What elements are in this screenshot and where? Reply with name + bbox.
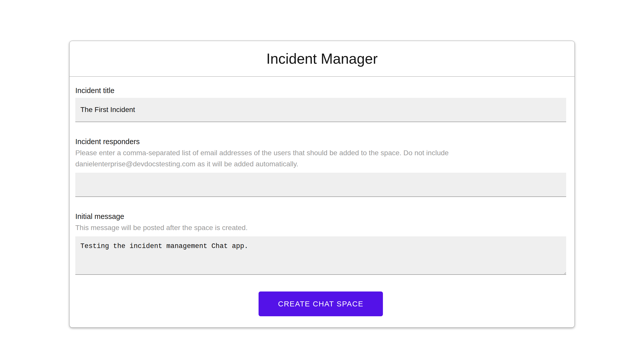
incident-title-input[interactable] [75, 98, 566, 122]
initial-message-helper-text: This message will be posted after the sp… [75, 222, 566, 233]
page-title: Incident Manager [266, 50, 378, 67]
create-chat-space-button[interactable]: CREATE CHAT SPACE [259, 291, 383, 316]
incident-responders-group: Incident responders Please enter a comma… [75, 136, 566, 197]
card-header: Incident Manager [70, 41, 574, 77]
incident-manager-card: Incident Manager Incident title Incident… [69, 41, 575, 328]
incident-responders-label: Incident responders [75, 136, 566, 147]
initial-message-textarea[interactable]: Testing the incident management Chat app… [75, 236, 566, 275]
incident-form: Incident title Incident responders Pleas… [70, 77, 574, 327]
initial-message-group: Initial message This message will be pos… [75, 211, 566, 275]
incident-title-label: Incident title [75, 85, 566, 96]
incident-responders-input[interactable] [75, 173, 566, 197]
incident-responders-helper-text: Please enter a comma-separated list of e… [75, 147, 566, 170]
initial-message-label: Initial message [75, 211, 566, 222]
incident-title-group: Incident title [75, 85, 566, 122]
